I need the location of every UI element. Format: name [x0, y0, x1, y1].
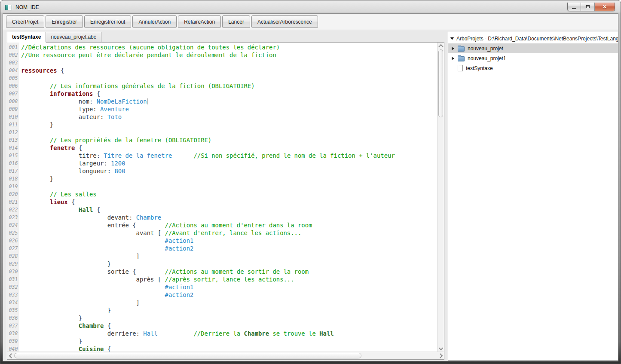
scroll-up-button[interactable] — [437, 43, 444, 49]
code-line-027[interactable]: #action2 — [21, 245, 437, 252]
code-line-020[interactable]: // Les salles — [21, 190, 437, 198]
code-segment-cm: //après sortir, lance les actions... — [165, 276, 294, 283]
toolbar-button-enregistrertout[interactable]: EnregistrerTout — [84, 15, 131, 28]
line-number: 006 — [7, 82, 19, 90]
line-number: 014 — [7, 144, 19, 152]
code-line-009[interactable]: type: Aventure — [21, 105, 437, 113]
tab-testsyntaxe[interactable]: testSyntaxe — [7, 32, 46, 43]
project-tree-root[interactable]: ArboProjets - D:\Richard_Data\Documents\… — [448, 34, 618, 43]
code-line-033[interactable]: #action2 — [21, 291, 437, 299]
horizontal-scrollbar-thumb[interactable] — [14, 353, 361, 358]
toolbar-button-enregistrer[interactable]: Enregistrer — [46, 15, 83, 28]
code-line-019[interactable] — [21, 183, 437, 190]
code-line-030[interactable]: sortie { //Actions au moment de sortir d… — [21, 268, 437, 275]
code-line-038[interactable]: derriere: Hall //Derriere la Chambre se … — [21, 330, 437, 337]
code-line-037[interactable]: Chambre { — [21, 322, 437, 330]
code-segment-pr: derriere: — [107, 330, 144, 337]
folder-icon — [458, 56, 465, 61]
code-line-004[interactable]: ressources { — [21, 67, 437, 74]
code-segment-pl: } — [21, 121, 53, 128]
code-line-028[interactable]: ] — [21, 252, 437, 260]
code-segment-nmc: Hall — [319, 330, 333, 337]
code-line-022[interactable]: Hall { — [21, 206, 437, 214]
code-segment-cm: se trouve le — [269, 330, 319, 337]
code-segment-kw: informations — [50, 90, 93, 97]
code-segment-pl — [21, 206, 79, 213]
window-controls: ✕ — [567, 3, 615, 11]
tree-item-testsyntaxe[interactable]: testSyntaxe — [448, 63, 618, 73]
toolbar-button-actualiserarborescence[interactable]: ActualiserArborescence — [251, 15, 318, 28]
tab-nouveau-projet-abc[interactable]: nouveau_projet.abc — [46, 32, 101, 43]
code-segment-pl — [21, 160, 79, 167]
chevron-right-icon — [452, 57, 454, 60]
code-line-036[interactable]: } — [21, 314, 437, 322]
code-line-032[interactable]: #action1 — [21, 283, 437, 291]
code-line-029[interactable]: } — [21, 260, 437, 268]
code-line-035[interactable]: } — [21, 306, 437, 314]
horizontal-scrollbar[interactable] — [7, 352, 444, 359]
code-segment-pl — [21, 237, 165, 244]
code-segment-cm: // Les propriétés de la fenetre (OBLIGAT… — [50, 137, 211, 144]
code-line-018[interactable]: } — [21, 175, 437, 183]
title-bar[interactable]: NOM_IDE — [0, 2, 621, 13]
code-segment-pl — [21, 152, 79, 159]
code-line-010[interactable]: auteur: Toto — [21, 113, 437, 121]
code-line-011[interactable]: } — [21, 121, 437, 128]
code-segment-pl: après [ — [21, 276, 165, 283]
code-segment-vl: #action1 — [165, 237, 194, 244]
scroll-right-button[interactable] — [437, 352, 444, 359]
code-line-012[interactable] — [21, 128, 437, 136]
code-segment-pl — [21, 322, 79, 329]
toolbar-button-annuleraction[interactable]: AnnulerAction — [132, 15, 177, 28]
code-line-024[interactable]: entrée { //Actions au moment d'entrer da… — [21, 221, 437, 229]
restore-button[interactable] — [581, 3, 595, 11]
chevron-right-icon[interactable] — [452, 57, 458, 60]
vertical-scrollbar-thumb[interactable] — [438, 49, 443, 117]
code-line-025[interactable]: avant [ //Avant d'entrer, lance les acti… — [21, 229, 437, 237]
window-title: NOM_IDE — [15, 4, 39, 10]
code-segment-pl — [21, 106, 79, 113]
tree-item-nouveau-projet[interactable]: nouveau_projet — [448, 43, 618, 53]
code-line-040[interactable]: Cuisine { — [21, 345, 437, 352]
code-line-026[interactable]: #action1 — [21, 237, 437, 245]
line-number: 021 — [7, 198, 19, 206]
code-line-013[interactable]: // Les propriétés de la fenetre (OBLIGAT… — [21, 136, 437, 144]
folder-icon — [458, 46, 465, 52]
tree-item-nouveau-projet1[interactable]: nouveau_projet1 — [448, 53, 618, 63]
code-line-003[interactable] — [21, 59, 437, 67]
vertical-scrollbar[interactable] — [437, 43, 444, 352]
code-segment-cm: //Derriere la — [193, 330, 244, 337]
code-text-area[interactable]: //Déclarations des ressources (aucune ob… — [19, 43, 437, 352]
code-line-014[interactable]: fenetre { — [21, 144, 437, 152]
close-button[interactable]: ✕ — [595, 3, 615, 11]
code-line-039[interactable]: } — [21, 337, 437, 345]
code-line-023[interactable]: devant: Chambre — [21, 214, 437, 221]
toolbar-button-refaireaction[interactable]: RefaireAction — [178, 15, 221, 28]
toolbar-button-cr-erprojet[interactable]: CréerProjet — [6, 15, 44, 28]
code-line-001[interactable]: //Déclarations des ressources (aucune ob… — [21, 43, 437, 51]
code-segment-pl: } — [21, 175, 53, 182]
code-line-017[interactable]: longueur: 800 — [21, 167, 437, 175]
code-line-021[interactable]: lieux { — [21, 198, 437, 206]
code-line-002[interactable]: //Une ressource peut être déclarée penda… — [21, 51, 437, 59]
scroll-left-button[interactable] — [7, 352, 14, 359]
code-segment-vl: #action1 — [165, 284, 194, 291]
toolbar-button-lancer[interactable]: Lancer — [222, 15, 250, 28]
code-line-016[interactable]: largeur: 1200 — [21, 159, 437, 167]
code-segment-vl: Chambre — [136, 214, 162, 221]
minimize-button[interactable] — [568, 3, 581, 11]
code-line-005[interactable] — [21, 74, 437, 82]
code-line-006[interactable]: // Les informations générales de la fict… — [21, 82, 437, 90]
line-number: 003 — [7, 59, 19, 67]
code-line-015[interactable]: titre: Titre de la fenetre //Si non spéc… — [21, 152, 437, 159]
code-line-034[interactable]: ] — [21, 299, 437, 306]
line-number: 029 — [7, 260, 19, 268]
scroll-down-button[interactable] — [437, 345, 444, 352]
chevron-right-icon[interactable] — [452, 47, 458, 50]
chevron-down-icon[interactable] — [450, 37, 454, 40]
code-line-007[interactable]: informations { — [21, 90, 437, 98]
code-editor[interactable]: 0010020030040050060070080090100110120130… — [7, 42, 444, 360]
code-line-008[interactable]: nom: NomDeLaFiction — [21, 98, 437, 105]
project-tree-items: nouveau_projetnouveau_projet1testSyntaxe — [448, 43, 618, 73]
code-line-031[interactable]: après [ //après sortir, lance les action… — [21, 275, 437, 283]
